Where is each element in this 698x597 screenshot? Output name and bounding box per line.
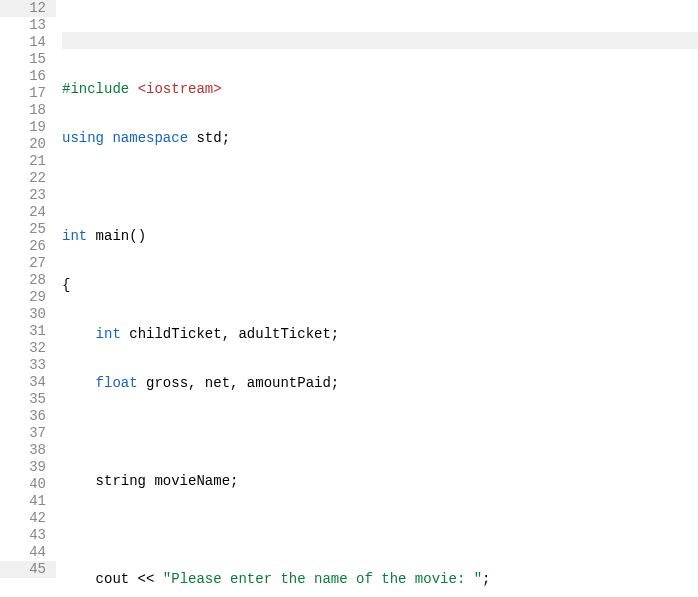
code-line: int childTicket, adultTicket; — [62, 326, 698, 343]
code-line — [62, 179, 698, 196]
code-line: { — [62, 277, 698, 294]
line-number: 13 — [0, 17, 56, 34]
type-token: int — [96, 326, 121, 342]
line-number: 20 — [0, 136, 56, 153]
line-number: 42 — [0, 510, 56, 527]
code-area[interactable]: #include <iostream> using namespace std;… — [56, 0, 698, 597]
line-number: 17 — [0, 85, 56, 102]
line-number: 29 — [0, 289, 56, 306]
code-line — [62, 32, 698, 49]
line-number: 37 — [0, 425, 56, 442]
line-number: 16 — [0, 68, 56, 85]
line-number: 33 — [0, 357, 56, 374]
line-number: 40 — [0, 476, 56, 493]
line-number: 43 — [0, 527, 56, 544]
line-number: 21 — [0, 153, 56, 170]
line-number: 30 — [0, 306, 56, 323]
line-number: 27 — [0, 255, 56, 272]
type-token: int — [62, 228, 87, 244]
line-number: 28 — [0, 272, 56, 289]
line-number: 14 — [0, 34, 56, 51]
line-number: 19 — [0, 119, 56, 136]
line-number: 38 — [0, 442, 56, 459]
include-path-token: <iostream> — [138, 81, 222, 97]
line-number: 35 — [0, 391, 56, 408]
line-number: 25 — [0, 221, 56, 238]
code-editor: 12 13 14 15 16 17 18 19 20 21 22 23 24 2… — [0, 0, 698, 597]
line-number: 34 — [0, 374, 56, 391]
code-line: using namespace std; — [62, 130, 698, 147]
type-token: float — [96, 375, 138, 391]
line-number: 15 — [0, 51, 56, 68]
code-line: float gross, net, amountPaid; — [62, 375, 698, 392]
line-number: 36 — [0, 408, 56, 425]
line-number: 39 — [0, 459, 56, 476]
line-number: 41 — [0, 493, 56, 510]
code-line: int main() — [62, 228, 698, 245]
code-line — [62, 522, 698, 539]
code-line: string movieName; — [62, 473, 698, 490]
code-line: cout << "Please enter the name of the mo… — [62, 571, 698, 588]
line-number: 24 — [0, 204, 56, 221]
keyword-token: namespace — [112, 130, 188, 146]
line-number: 44 — [0, 544, 56, 561]
line-number: 22 — [0, 170, 56, 187]
code-line: #include <iostream> — [62, 81, 698, 98]
line-number: 31 — [0, 323, 56, 340]
keyword-token: using — [62, 130, 104, 146]
line-number: 12 — [0, 0, 56, 17]
line-number-gutter: 12 13 14 15 16 17 18 19 20 21 22 23 24 2… — [0, 0, 56, 597]
line-number: 23 — [0, 187, 56, 204]
line-number: 45 — [0, 561, 56, 578]
line-number: 26 — [0, 238, 56, 255]
code-line — [62, 424, 698, 441]
line-number: 32 — [0, 340, 56, 357]
line-number: 18 — [0, 102, 56, 119]
preprocessor-token: #include — [62, 81, 138, 97]
string-token: "Please enter the name of the movie: " — [163, 571, 482, 587]
